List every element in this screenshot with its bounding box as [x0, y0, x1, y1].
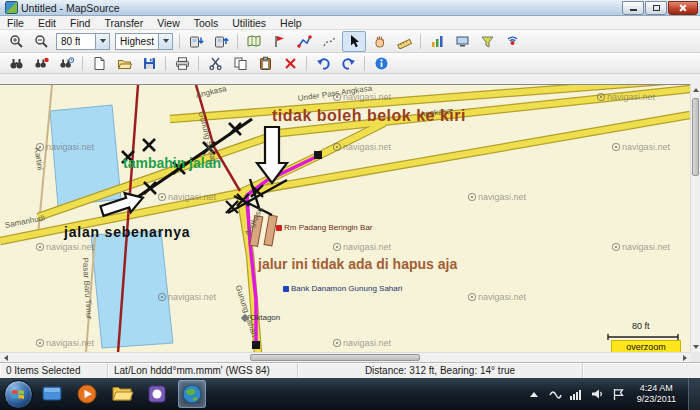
watermark: navigasi.net	[36, 142, 94, 152]
paste-button[interactable]	[253, 53, 277, 74]
menu-help[interactable]: Help	[273, 16, 309, 29]
toolbar-gap	[0, 74, 700, 84]
action-center-button[interactable]	[611, 384, 625, 404]
route-endpoint[interactable]	[314, 151, 322, 159]
taskbar-app-mapsource-active[interactable]	[178, 380, 206, 408]
track-filter-button[interactable]	[475, 31, 499, 52]
send-to-device-button[interactable]	[184, 31, 208, 52]
volume-button[interactable]	[590, 384, 604, 404]
water-polygon	[91, 231, 173, 348]
route-tool-button[interactable]	[292, 31, 316, 52]
map-tool-button[interactable]	[242, 31, 266, 52]
menu-view[interactable]: View	[150, 16, 187, 29]
menu-transfer[interactable]: Transfer	[97, 16, 150, 29]
gps-icon	[505, 34, 520, 49]
open-button[interactable]	[112, 53, 136, 74]
gps-status-button[interactable]	[500, 31, 524, 52]
annotation-no-left-turn: tidak boleh belok ke kiri	[272, 107, 466, 125]
watermark: navigasi.net	[333, 338, 391, 348]
taskbar-app-media[interactable]	[73, 380, 101, 408]
selection-tool-button[interactable]	[342, 31, 366, 52]
zoom-in-icon	[9, 34, 24, 49]
status-distance-bearing: Distance: 312 ft, Bearing: 14° true	[298, 363, 583, 378]
tray-app-icon[interactable]	[548, 384, 562, 404]
pan-tool-button[interactable]	[367, 31, 391, 52]
cut-button[interactable]	[203, 53, 227, 74]
toolbar-separator	[165, 56, 166, 71]
delete-button[interactable]	[278, 53, 302, 74]
elevation-profile-button[interactable]	[425, 31, 449, 52]
monitor-icon	[455, 34, 470, 49]
toolbar-separator	[179, 34, 180, 49]
save-button[interactable]	[137, 53, 161, 74]
toolbar-separator	[198, 56, 199, 71]
menu-edit[interactable]: Edit	[31, 16, 63, 29]
delete-x-icon	[283, 56, 298, 71]
start-button[interactable]	[4, 380, 33, 409]
network-status-button[interactable]	[569, 384, 583, 404]
find-nearest-button[interactable]	[29, 53, 53, 74]
show-hidden-icons-button[interactable]	[527, 384, 541, 404]
detail-level-select[interactable]: Highest	[115, 33, 173, 50]
minimize-button[interactable]	[622, 1, 644, 15]
find-recent-button[interactable]	[54, 53, 78, 74]
horizontal-scrollbar[interactable]	[0, 352, 690, 362]
route-endpoint[interactable]	[252, 341, 260, 349]
taskbar-clock[interactable]: 4:24 AM 9/23/2011	[632, 383, 681, 406]
watermark: navigasi.net	[36, 338, 94, 348]
taskbar-app-purple[interactable]	[143, 380, 171, 408]
waypoint-tool-button[interactable]	[267, 31, 291, 52]
ruler-icon	[397, 34, 412, 49]
navigasi-logo-icon	[597, 93, 605, 101]
taskbar-app-window[interactable]	[38, 380, 66, 408]
receive-from-device-button[interactable]	[209, 31, 233, 52]
menu-tools[interactable]: Tools	[187, 16, 226, 29]
scroll-left-icon	[1, 355, 8, 361]
map-viewport[interactable]: Angkasa Under Pass Angkasa Angkasa Angka…	[0, 84, 690, 352]
print-button[interactable]	[170, 53, 194, 74]
restaurant-icon	[276, 225, 282, 231]
toolbar-separator	[364, 56, 365, 71]
properties-button[interactable]	[369, 53, 393, 74]
navigasi-logo-icon	[158, 293, 166, 301]
scroll-down-icon	[693, 345, 699, 352]
funnel-icon	[480, 34, 495, 49]
show-desktop-button[interactable]	[688, 378, 700, 410]
zoom-in-button[interactable]	[4, 31, 28, 52]
globe-icon	[180, 382, 204, 406]
maximize-button[interactable]	[645, 1, 667, 15]
distance-tool-button[interactable]	[392, 31, 416, 52]
minimize-icon	[630, 9, 637, 11]
track-tool-button[interactable]	[317, 31, 341, 52]
close-icon	[679, 4, 687, 12]
taskbar-app-explorer[interactable]	[108, 380, 136, 408]
watermark: navigasi.net	[612, 142, 670, 152]
navigasi-logo-icon	[158, 193, 166, 201]
vertical-scrollbar[interactable]	[690, 84, 700, 352]
send-to-device-icon	[189, 34, 204, 49]
scroll-down-button[interactable]	[691, 342, 700, 352]
navigasi-logo-icon	[612, 143, 620, 151]
menu-utilities[interactable]: Utilities	[225, 16, 273, 29]
scroll-up-button[interactable]	[691, 84, 700, 94]
navigasi-logo-icon	[36, 243, 44, 251]
horizontal-scroll-thumb[interactable]	[250, 354, 420, 361]
menu-find[interactable]: Find	[63, 16, 97, 29]
zoom-scale-value: 80 ft	[61, 36, 80, 47]
windows-flag-icon	[11, 387, 25, 401]
close-button[interactable]	[668, 1, 698, 15]
undo-button[interactable]	[311, 53, 335, 74]
display-mode-button[interactable]	[450, 31, 474, 52]
navigasi-logo-icon	[612, 243, 620, 251]
save-disk-icon	[142, 56, 157, 71]
new-button[interactable]	[87, 53, 111, 74]
copy-button[interactable]	[228, 53, 252, 74]
scroll-right-icon	[683, 355, 690, 361]
redo-button[interactable]	[336, 53, 360, 74]
zoom-out-button[interactable]	[29, 31, 53, 52]
menu-file[interactable]: File	[0, 16, 31, 29]
navigasi-logo-icon	[333, 143, 341, 151]
vertical-scroll-thumb[interactable]	[692, 98, 699, 176]
find-button[interactable]	[4, 53, 28, 74]
zoom-scale-select[interactable]: 80 ft	[56, 33, 110, 50]
